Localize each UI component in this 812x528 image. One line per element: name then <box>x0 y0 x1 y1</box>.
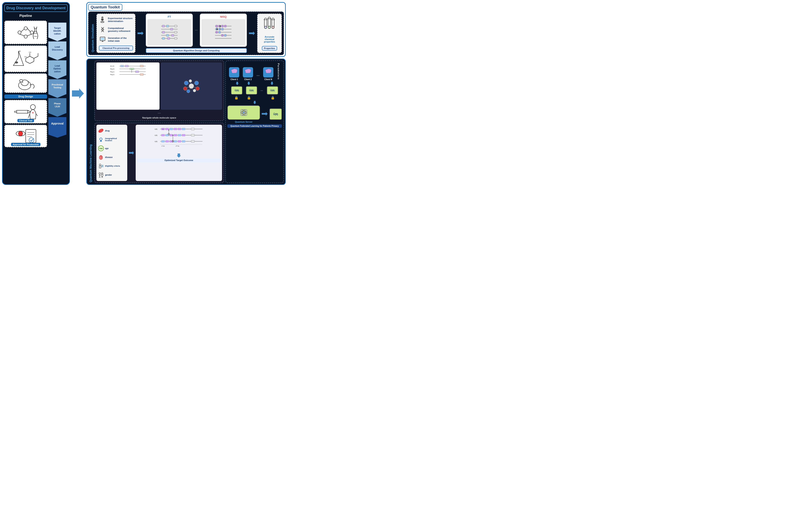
svg-line-168 <box>102 177 103 178</box>
svg-text:I,II,III: I,II,III <box>55 105 60 108</box>
quantum-simulation-panel: Quantum Simulation <box>88 12 284 55</box>
svg-rect-136 <box>140 65 143 67</box>
svg-text:Reg-|0⟩: Reg-|0⟩ <box>110 68 115 70</box>
utheta-n: Û(θ) <box>267 86 278 94</box>
svg-point-0 <box>18 31 21 34</box>
svg-rect-183 <box>170 134 173 136</box>
svg-rect-194 <box>182 140 185 142</box>
nisq-circuit <box>201 19 245 45</box>
svg-text:Approval: Approval <box>51 122 64 125</box>
svg-rect-74 <box>101 37 104 40</box>
utheta-1: Û(θ) <box>231 86 242 94</box>
svg-point-141 <box>194 81 199 85</box>
svg-point-215 <box>247 74 249 76</box>
svg-line-32 <box>28 114 30 118</box>
ft-nisq-cards: FT <box>146 14 247 47</box>
svg-rect-99 <box>221 25 223 27</box>
molecule-navigate-box: Anc-|0⟩ Reg-|0⟩ Reg-|1⟩ Reg-|2⟩ H <box>95 60 224 121</box>
svg-point-196 <box>168 130 169 131</box>
svg-text:Preclinical: Preclinical <box>52 84 63 86</box>
simulation-items-box: Experimental structure determination- <box>97 14 135 53</box>
svg-line-15 <box>34 56 38 58</box>
svg-line-10 <box>34 33 37 34</box>
pipeline-chevrons: Target Identifi- cation Lead Discovery L… <box>48 22 67 138</box>
svg-point-142 <box>183 87 187 90</box>
svg-line-4 <box>21 29 24 32</box>
svg-rect-216 <box>246 76 249 77</box>
svg-marker-222 <box>271 82 273 85</box>
pipeline-title: Pipeline <box>4 13 47 19</box>
svg-point-37 <box>18 131 23 136</box>
svg-rect-178 <box>165 128 169 130</box>
dots-ft-nisq: ··· <box>194 14 198 47</box>
svg-point-218 <box>267 74 269 76</box>
gender-item: gender <box>98 172 126 178</box>
sim-text-experimental: Experimental structure determination- <box>108 17 133 23</box>
age-bubble: Age <box>98 146 104 151</box>
pipeline-arrows: Target Identifi- cation Lead Discovery L… <box>47 13 68 183</box>
pipeline-to-quantum-arrow <box>72 2 84 185</box>
gender-label: gender <box>105 174 112 176</box>
circuit-down-arrow <box>137 153 221 157</box>
svg-text:U⁽¹⁾(θ): U⁽¹⁾(θ) <box>161 146 165 147</box>
svg-point-26 <box>19 79 23 82</box>
computer-icon <box>99 36 106 43</box>
drug-label: drug <box>105 130 110 132</box>
svg-rect-97 <box>216 25 218 27</box>
svg-point-146 <box>187 90 190 93</box>
sim-item-experimental: Experimental structure determination- <box>99 16 133 24</box>
svg-rect-137 <box>140 74 143 75</box>
utheta-dots: ··· <box>260 86 263 94</box>
svg-rect-204 <box>191 128 194 130</box>
client-2-label: Client 2 <box>244 78 251 80</box>
eligibility-item: Eligibility criteria <box>98 163 126 169</box>
age-label: age <box>105 147 108 150</box>
svg-rect-186 <box>165 140 169 142</box>
svg-point-143 <box>196 87 199 90</box>
approval-section: Approval for Production <box>4 125 47 147</box>
svg-rect-106 <box>221 34 223 36</box>
svg-marker-210 <box>177 153 181 157</box>
utheta-2: Û(θ) <box>246 86 257 94</box>
quantum-server-section: Quantum Server <box>227 105 260 123</box>
svg-rect-184 <box>174 134 177 136</box>
sim-text-generation: Generation of the initial state <box>108 36 133 43</box>
quantum-ml-wrapper: Quantum Machine Learning Anc-|0⟩ Reg-|0⟩ <box>86 59 286 185</box>
svg-rect-213 <box>233 76 236 77</box>
clients-dots: ··· <box>257 73 260 80</box>
ft-circuit <box>147 19 191 45</box>
ft-nisq-section: FT <box>146 14 247 53</box>
svg-line-167 <box>102 177 102 178</box>
svg-point-157 <box>99 164 101 166</box>
optimized-target-outcome-label: Optimized Target Outcome <box>137 159 221 162</box>
svg-marker-220 <box>236 82 239 85</box>
svg-point-117 <box>268 26 271 29</box>
svg-line-153 <box>190 88 190 90</box>
svg-point-2 <box>30 31 33 34</box>
svg-point-161 <box>99 172 101 174</box>
client-1-label: Client 1 <box>230 78 238 80</box>
dna-icon <box>99 26 106 33</box>
svg-text:Optimi-: Optimi- <box>54 67 61 70</box>
svg-text:Reg-|1⟩: Reg-|1⟩ <box>110 71 115 73</box>
svg-text:Lead: Lead <box>55 64 60 67</box>
svg-rect-105 <box>218 31 221 33</box>
patient-to-circuit-arrow <box>129 125 134 181</box>
svg-marker-60 <box>48 117 67 138</box>
utheta-row: Û(θ) Û(θ) ··· Û(θ) <box>227 86 282 94</box>
svg-rect-185 <box>161 140 165 142</box>
sim-text-computational: Computational geometry refinement <box>108 27 133 33</box>
svg-rect-91 <box>175 37 177 40</box>
final-utheta-box: Û(θ) <box>270 108 282 120</box>
server-to-final-arrow <box>262 112 268 117</box>
svg-line-151 <box>191 82 191 84</box>
svg-rect-104 <box>216 31 218 33</box>
svg-point-31 <box>30 105 35 109</box>
svg-rect-180 <box>174 128 177 130</box>
svg-text:Cₘₙ: Cₘₙ <box>131 69 133 70</box>
svg-point-140 <box>184 81 188 85</box>
svg-marker-75 <box>137 31 144 35</box>
right-section: Quantum Toolkit Quantum Simulation <box>86 2 286 185</box>
svg-marker-62 <box>72 88 84 99</box>
sim-item-generation: Generation of the initial state <box>99 36 133 43</box>
